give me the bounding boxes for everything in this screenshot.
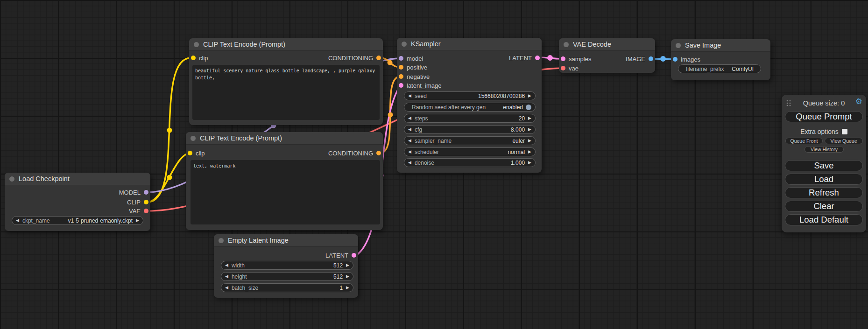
conditioning-output-dot[interactable] (376, 151, 381, 155)
increment-arrow-icon[interactable]: ▶ (346, 286, 349, 290)
widget-label: width (232, 262, 245, 269)
widget-steps[interactable]: ◀ steps 20 ▶ (404, 114, 536, 123)
decrement-arrow-icon[interactable]: ◀ (16, 218, 19, 223)
widget-label: Random seed after every gen (412, 104, 486, 111)
decrement-arrow-icon[interactable]: ◀ (408, 127, 411, 132)
negative-input-dot[interactable] (399, 74, 403, 79)
node-title-bar[interactable]: Save Image (671, 39, 770, 52)
widget-width[interactable]: ◀ width 512 ▶ (221, 261, 353, 270)
widget-height[interactable]: ◀ height 512 ▶ (221, 272, 353, 281)
node-load-checkpoint[interactable]: Load Checkpoint MODEL CLIP VAE ◀ ckpt_na… (5, 173, 150, 231)
widget-sampler-name[interactable]: ◀ sampler_name euler ▶ (404, 136, 536, 145)
node-title-bar[interactable]: Load Checkpoint (5, 173, 150, 185)
positive-prompt-textarea[interactable]: beautiful scenery nature glass bottle la… (192, 65, 380, 120)
widget-cfg[interactable]: ◀ cfg 8.000 ▶ (404, 125, 536, 134)
collapse-dot-icon[interactable] (564, 42, 569, 47)
decrement-arrow-icon[interactable]: ◀ (408, 94, 411, 98)
decrement-arrow-icon[interactable]: ◀ (408, 161, 411, 165)
positive-input-dot[interactable] (399, 65, 403, 70)
refresh-button[interactable]: Refresh (785, 187, 863, 198)
toggle-enabled-dot[interactable] (526, 105, 531, 110)
drag-handle-icon[interactable] (786, 99, 791, 107)
increment-arrow-icon[interactable]: ▶ (136, 218, 139, 223)
increment-arrow-icon[interactable]: ▶ (528, 139, 531, 143)
node-clip-text-encode-negative[interactable]: CLIP Text Encode (Prompt) clip CONDITION… (186, 132, 383, 230)
increment-arrow-icon[interactable]: ▶ (346, 274, 349, 279)
node-clip-text-encode-positive[interactable]: CLIP Text Encode (Prompt) clip CONDITION… (189, 38, 383, 125)
widget-ckpt-name[interactable]: ◀ ckpt_name v1-5-pruned-emaonly.ckpt ▶ (12, 216, 143, 225)
collapse-dot-icon[interactable] (676, 43, 681, 48)
input-clip: clip (191, 55, 208, 61)
node-title-bar[interactable]: CLIP Text Encode (Prompt) (186, 132, 383, 145)
node-title-bar[interactable]: CLIP Text Encode (Prompt) (189, 38, 383, 51)
widget-batch-size[interactable]: ◀ batch_size 1 ▶ (221, 283, 353, 292)
increment-arrow-icon[interactable]: ▶ (528, 94, 531, 98)
vae-output-dot[interactable] (144, 209, 148, 213)
increment-arrow-icon[interactable]: ▶ (346, 263, 349, 267)
clear-button[interactable]: Clear (785, 201, 863, 212)
widget-denoise[interactable]: ◀ denoise 1.000 ▶ (404, 158, 536, 167)
node-ksampler[interactable]: KSampler model positive negative latent_… (397, 38, 542, 173)
widget-random-seed-toggle[interactable]: Random seed after every gen enabled (404, 103, 536, 112)
view-history-button[interactable]: View History (804, 146, 844, 153)
widget-value: normal (508, 149, 525, 155)
collapse-dot-icon[interactable] (194, 42, 199, 47)
latent-output-dot[interactable] (352, 253, 356, 258)
node-empty-latent-image[interactable]: Empty Latent Image LATENT ◀ width 512 ▶ … (214, 234, 358, 298)
images-input-dot[interactable] (673, 57, 677, 62)
collapse-dot-icon[interactable] (9, 176, 14, 182)
input-label: samples (569, 56, 591, 63)
view-queue-button[interactable]: View Queue (825, 138, 863, 144)
output-conditioning: CONDITIONING (328, 150, 381, 156)
load-default-button[interactable]: Load Default (785, 214, 863, 225)
collapse-dot-icon[interactable] (191, 136, 196, 141)
queue-prompt-button[interactable]: Queue Prompt (785, 111, 863, 122)
model-input-dot[interactable] (399, 56, 403, 61)
widget-label: steps (415, 115, 428, 122)
decrement-arrow-icon[interactable]: ◀ (225, 274, 228, 279)
widget-value: enabled (503, 104, 523, 111)
input-label: clip (199, 55, 208, 62)
increment-arrow-icon[interactable]: ▶ (528, 116, 531, 120)
decrement-arrow-icon[interactable]: ◀ (408, 150, 411, 154)
load-button[interactable]: Load (785, 174, 863, 185)
vae-input-dot[interactable] (561, 66, 565, 70)
input-clip: clip (188, 150, 205, 156)
model-output-dot[interactable] (144, 190, 148, 195)
widget-seed[interactable]: ◀ seed 156680208700286 ▶ (404, 91, 536, 100)
clip-input-dot[interactable] (191, 56, 196, 60)
latent-input-dot[interactable] (399, 83, 403, 88)
image-output-dot[interactable] (649, 56, 653, 61)
negative-prompt-textarea[interactable]: text, watermark (191, 160, 380, 224)
input-images: images (673, 56, 700, 63)
widget-label: ckpt_name (22, 217, 50, 224)
decrement-arrow-icon[interactable]: ◀ (408, 139, 411, 143)
widget-scheduler[interactable]: ◀ scheduler normal ▶ (404, 147, 536, 156)
samples-input-dot[interactable] (561, 56, 565, 61)
node-title-bar[interactable]: VAE Decode (559, 38, 655, 51)
settings-gear-icon[interactable]: ⚙ (855, 98, 862, 105)
queue-front-button[interactable]: Queue Front (785, 138, 823, 144)
decrement-arrow-icon[interactable]: ◀ (408, 116, 411, 120)
extra-options-checkbox[interactable] (842, 129, 847, 134)
decrement-arrow-icon[interactable]: ◀ (225, 286, 228, 290)
clip-output-dot[interactable] (144, 200, 148, 204)
widget-filename-prefix[interactable]: filename_prefix ComfyUI (678, 64, 761, 73)
latent-output-dot[interactable] (535, 56, 540, 60)
comfyui-canvas[interactable]: { "icons": { "arrow_left": "◀", "arrow_r… (0, 0, 868, 329)
collapse-dot-icon[interactable] (219, 238, 224, 243)
decrement-arrow-icon[interactable]: ◀ (225, 263, 228, 267)
conditioning-output-dot[interactable] (376, 56, 381, 60)
node-save-image[interactable]: Save Image images filename_prefix ComfyU… (671, 39, 770, 80)
input-label: vae (569, 65, 579, 72)
increment-arrow-icon[interactable]: ▶ (528, 127, 531, 132)
save-button[interactable]: Save (785, 160, 863, 171)
increment-arrow-icon[interactable]: ▶ (528, 150, 531, 154)
queue-size-label: Queue size: 0 (782, 99, 866, 107)
node-vae-decode[interactable]: VAE Decode samples vae IMAGE (559, 38, 655, 73)
collapse-dot-icon[interactable] (402, 42, 407, 47)
increment-arrow-icon[interactable]: ▶ (528, 161, 531, 165)
node-title-bar[interactable]: KSampler (397, 38, 542, 50)
node-title-bar[interactable]: Empty Latent Image (214, 234, 358, 247)
clip-input-dot[interactable] (188, 151, 192, 155)
